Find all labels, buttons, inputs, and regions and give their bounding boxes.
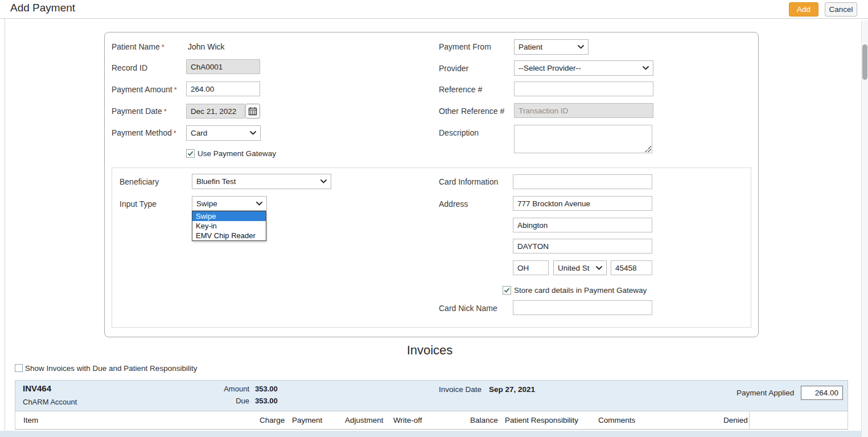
reference-field[interactable]: [514, 81, 653, 96]
address-country-select[interactable]: United St: [553, 260, 607, 275]
cancel-button[interactable]: Cancel: [825, 2, 857, 17]
description-label: Description: [439, 128, 479, 137]
column-balance: Balance: [470, 416, 498, 424]
column-denied: Denied: [723, 416, 748, 424]
provider-value: --Select Provider--: [519, 64, 581, 72]
payment-from-select[interactable]: Patient: [514, 39, 589, 55]
store-card-checkbox[interactable]: [503, 286, 511, 295]
address-label: Address: [439, 199, 468, 209]
dropdown-option-swipe[interactable]: Swipe: [192, 211, 266, 221]
column-comments: Comments: [598, 416, 635, 424]
use-payment-gateway-label: Use Payment Gateway: [198, 149, 276, 158]
input-type-label: Input Type: [120, 199, 157, 209]
column-patient-responsibility: Patient Responsibility: [505, 416, 578, 424]
column-payment: Payment: [292, 416, 322, 424]
payment-method-value: Card: [191, 129, 207, 137]
patient-name-label: Patient Name*: [112, 42, 164, 51]
payment-date-label: Payment Date*: [112, 107, 167, 116]
beneficiary-select[interactable]: Bluefin Test: [192, 174, 331, 189]
country-value: United St: [558, 264, 590, 272]
scrollbar-thumb[interactable]: [862, 44, 867, 80]
due-label: Due: [204, 397, 249, 405]
payment-applied-label: Payment Applied: [737, 389, 794, 397]
store-card-label: Store card details in Payment Gateway: [514, 286, 647, 295]
dropdown-option-emv-chip-reader[interactable]: EMV Chip Reader: [192, 231, 266, 240]
amount-value: 353.00: [255, 385, 278, 393]
chevron-down-icon: [596, 266, 602, 270]
content-left-border: [5, 19, 5, 437]
invoices-title: Invoices: [0, 343, 859, 358]
address-city-field[interactable]: [513, 218, 652, 232]
address-district-field[interactable]: [513, 239, 652, 254]
beneficiary-value: Bluefin Test: [196, 177, 236, 186]
use-payment-gateway-checkbox[interactable]: [186, 149, 195, 158]
bottom-scroll-strip: [0, 431, 868, 437]
payment-amount-label-text: Payment Amount: [112, 85, 172, 94]
provider-select[interactable]: --Select Provider--: [514, 60, 653, 76]
invoice-row: INV464 ChARM Account Amount 353.00 Due 3…: [15, 380, 848, 411]
add-payment-page: Add Payment Add Cancel Patient Name* Joh…: [0, 0, 868, 437]
check-icon: [504, 287, 510, 292]
required-marker: *: [174, 129, 176, 137]
card-nick-name-label: Card Nick Name: [439, 304, 497, 313]
input-type-value: Swipe: [196, 199, 217, 208]
show-invoices-checkbox[interactable]: [15, 364, 23, 372]
dropdown-option-key-in[interactable]: Key-in: [192, 221, 266, 231]
column-charge: Charge: [260, 416, 285, 424]
payment-date-label-text: Payment Date: [112, 107, 162, 116]
vertical-scrollbar-track[interactable]: [861, 21, 868, 437]
payment-method-label: Payment Method*: [112, 128, 176, 137]
input-type-dropdown-list: Swipe Key-in EMV Chip Reader: [192, 211, 266, 241]
page-title: Add Payment: [10, 2, 75, 14]
payment-method-select[interactable]: Card: [186, 125, 261, 141]
title-bar: Add Payment Add Cancel: [0, 0, 868, 19]
payment-amount-label: Payment Amount*: [112, 85, 177, 94]
column-write-off: Write-off: [393, 416, 422, 424]
invoice-account: ChARM Account: [23, 398, 77, 406]
calendar-icon: [248, 107, 257, 116]
payment-applied-field[interactable]: [801, 386, 843, 400]
invoice-number: INV464: [23, 383, 51, 393]
calendar-button[interactable]: [245, 104, 260, 119]
input-type-select[interactable]: Swipe: [192, 196, 267, 211]
address-zip-field[interactable]: [611, 260, 652, 275]
payment-from-label: Payment From: [439, 42, 491, 51]
required-marker: *: [174, 85, 177, 94]
reference-label: Reference #: [439, 85, 482, 94]
payment-date-field[interactable]: [186, 104, 245, 119]
chevron-down-icon: [643, 66, 649, 70]
required-marker: *: [164, 107, 167, 116]
invoice-items-header: Item Charge Payment Adjustment Write-off…: [15, 411, 848, 430]
address-state-field[interactable]: [513, 260, 549, 275]
column-divider: [749, 411, 750, 430]
patient-name-label-text: Patient Name: [112, 42, 160, 51]
due-value: 353.00: [255, 397, 278, 405]
description-textarea[interactable]: [514, 125, 652, 153]
chevron-down-icon: [320, 179, 327, 183]
chevron-down-icon: [250, 131, 256, 135]
chevron-down-icon: [578, 45, 584, 49]
chevron-down-icon: [256, 202, 262, 206]
invoice-date-label: Invoice Date: [439, 385, 482, 394]
card-information-label: Card Information: [439, 177, 498, 186]
check-icon: [188, 150, 194, 156]
other-reference-field[interactable]: [514, 103, 653, 118]
provider-label: Provider: [439, 64, 468, 73]
amount-label: Amount: [204, 385, 249, 393]
record-id-field[interactable]: [186, 59, 260, 74]
show-invoices-label: Show Invoices with Due and Patient Respo…: [25, 364, 197, 373]
add-button[interactable]: Add: [789, 2, 818, 17]
other-reference-label: Other Reference #: [439, 107, 504, 116]
beneficiary-label: Beneficiary: [120, 177, 159, 186]
record-id-label: Record ID: [112, 63, 147, 72]
card-information-field[interactable]: [513, 174, 652, 189]
required-marker: *: [162, 43, 164, 51]
resize-handle-icon[interactable]: [645, 146, 651, 152]
column-adjustment: Adjustment: [345, 416, 384, 424]
payment-amount-field[interactable]: [186, 81, 260, 96]
card-nick-name-field[interactable]: [513, 300, 652, 315]
patient-name-value: John Wick: [188, 42, 225, 51]
payment-method-label-text: Payment Method: [112, 128, 172, 137]
address-street-field[interactable]: [513, 196, 652, 211]
card-details-section: [112, 168, 751, 328]
